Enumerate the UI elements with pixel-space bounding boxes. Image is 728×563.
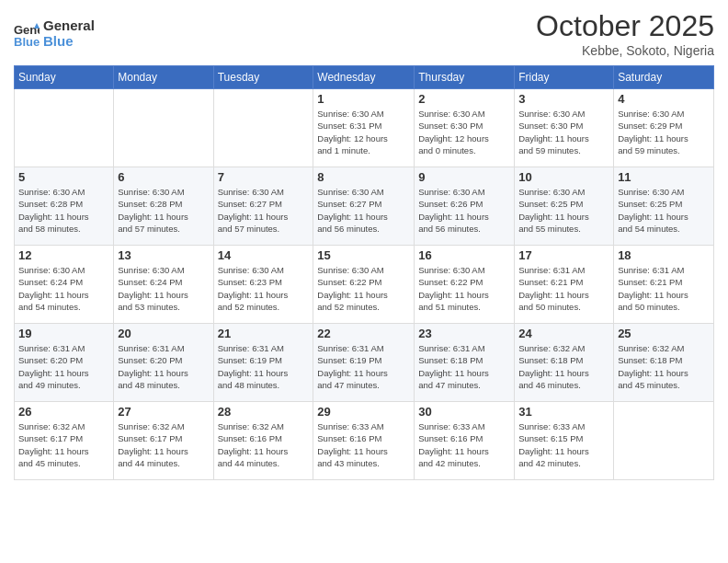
weekday-header: Friday xyxy=(515,66,614,89)
day-info: Sunrise: 6:30 AM Sunset: 6:28 PM Dayligh… xyxy=(118,186,209,235)
day-info: Sunrise: 6:30 AM Sunset: 6:26 PM Dayligh… xyxy=(418,186,510,235)
header: General Blue General Blue October 2025 K… xyxy=(14,9,714,58)
svg-text:Blue: Blue xyxy=(14,35,40,47)
day-number: 24 xyxy=(518,327,609,340)
day-number: 6 xyxy=(118,170,209,184)
title-area: October 2025 Kebbe, Sokoto, Nigeria xyxy=(536,9,714,58)
day-number: 9 xyxy=(418,170,510,184)
day-number: 8 xyxy=(317,170,410,184)
calendar-cell: 30Sunrise: 6:33 AM Sunset: 6:16 PM Dayli… xyxy=(415,402,515,480)
calendar-cell: 12Sunrise: 6:30 AM Sunset: 6:24 PM Dayli… xyxy=(15,246,114,324)
calendar-cell: 19Sunrise: 6:31 AM Sunset: 6:20 PM Dayli… xyxy=(15,324,114,402)
calendar-week-row: 19Sunrise: 6:31 AM Sunset: 6:20 PM Dayli… xyxy=(15,324,714,402)
day-info: Sunrise: 6:30 AM Sunset: 6:23 PM Dayligh… xyxy=(218,264,310,313)
calendar-cell: 22Sunrise: 6:31 AM Sunset: 6:19 PM Dayli… xyxy=(313,324,415,402)
calendar-cell: 24Sunrise: 6:32 AM Sunset: 6:18 PM Dayli… xyxy=(515,324,614,402)
logo-icon: General Blue xyxy=(14,21,40,47)
weekday-header: Monday xyxy=(114,66,213,89)
day-number: 15 xyxy=(317,248,410,262)
day-number: 21 xyxy=(218,327,310,340)
calendar-cell: 1Sunrise: 6:30 AM Sunset: 6:31 PM Daylig… xyxy=(313,89,415,167)
day-number: 5 xyxy=(18,170,109,184)
calendar-cell: 21Sunrise: 6:31 AM Sunset: 6:19 PM Dayli… xyxy=(213,324,313,402)
day-info: Sunrise: 6:30 AM Sunset: 6:22 PM Dayligh… xyxy=(317,264,410,313)
day-number: 4 xyxy=(618,92,710,106)
calendar-cell: 5Sunrise: 6:30 AM Sunset: 6:28 PM Daylig… xyxy=(15,167,114,246)
day-info: Sunrise: 6:33 AM Sunset: 6:15 PM Dayligh… xyxy=(518,420,609,469)
weekday-header: Sunday xyxy=(15,66,114,89)
calendar-cell: 18Sunrise: 6:31 AM Sunset: 6:21 PM Dayli… xyxy=(614,246,714,324)
day-info: Sunrise: 6:30 AM Sunset: 6:31 PM Dayligh… xyxy=(317,108,410,156)
calendar-cell: 10Sunrise: 6:30 AM Sunset: 6:25 PM Dayli… xyxy=(515,167,614,246)
day-number: 31 xyxy=(518,405,609,419)
weekday-header-row: SundayMondayTuesdayWednesdayThursdayFrid… xyxy=(15,66,714,89)
day-info: Sunrise: 6:30 AM Sunset: 6:25 PM Dayligh… xyxy=(518,186,609,235)
day-number: 28 xyxy=(218,405,310,419)
calendar-cell xyxy=(614,402,714,480)
day-info: Sunrise: 6:31 AM Sunset: 6:20 PM Dayligh… xyxy=(18,342,109,391)
day-info: Sunrise: 6:30 AM Sunset: 6:27 PM Dayligh… xyxy=(317,186,410,235)
calendar-cell: 16Sunrise: 6:30 AM Sunset: 6:22 PM Dayli… xyxy=(415,246,515,324)
day-info: Sunrise: 6:30 AM Sunset: 6:27 PM Dayligh… xyxy=(218,186,310,235)
day-number: 13 xyxy=(118,248,209,262)
logo-text: General Blue xyxy=(43,18,95,49)
day-info: Sunrise: 6:32 AM Sunset: 6:17 PM Dayligh… xyxy=(18,420,109,469)
day-number: 7 xyxy=(218,170,310,184)
day-number: 10 xyxy=(518,170,609,184)
day-number: 19 xyxy=(18,327,109,340)
day-info: Sunrise: 6:32 AM Sunset: 6:18 PM Dayligh… xyxy=(618,342,710,391)
calendar-cell: 17Sunrise: 6:31 AM Sunset: 6:21 PM Dayli… xyxy=(515,246,614,324)
day-number: 12 xyxy=(18,248,109,262)
calendar-cell: 9Sunrise: 6:30 AM Sunset: 6:26 PM Daylig… xyxy=(415,167,515,246)
day-number: 3 xyxy=(518,92,609,106)
calendar-cell: 11Sunrise: 6:30 AM Sunset: 6:25 PM Dayli… xyxy=(614,167,714,246)
calendar: SundayMondayTuesdayWednesdayThursdayFrid… xyxy=(14,65,714,480)
calendar-week-row: 12Sunrise: 6:30 AM Sunset: 6:24 PM Dayli… xyxy=(15,246,714,324)
calendar-cell: 28Sunrise: 6:32 AM Sunset: 6:16 PM Dayli… xyxy=(213,402,313,480)
day-number: 2 xyxy=(418,92,510,106)
day-number: 14 xyxy=(218,248,310,262)
day-number: 29 xyxy=(317,405,410,419)
day-info: Sunrise: 6:33 AM Sunset: 6:16 PM Dayligh… xyxy=(317,420,410,469)
day-info: Sunrise: 6:30 AM Sunset: 6:30 PM Dayligh… xyxy=(418,108,510,156)
calendar-week-row: 26Sunrise: 6:32 AM Sunset: 6:17 PM Dayli… xyxy=(15,402,714,480)
calendar-cell: 8Sunrise: 6:30 AM Sunset: 6:27 PM Daylig… xyxy=(313,167,415,246)
day-info: Sunrise: 6:30 AM Sunset: 6:24 PM Dayligh… xyxy=(118,264,209,313)
day-info: Sunrise: 6:31 AM Sunset: 6:20 PM Dayligh… xyxy=(118,342,209,391)
day-number: 20 xyxy=(118,327,209,340)
day-info: Sunrise: 6:30 AM Sunset: 6:22 PM Dayligh… xyxy=(418,264,510,313)
calendar-cell: 2Sunrise: 6:30 AM Sunset: 6:30 PM Daylig… xyxy=(415,89,515,167)
calendar-cell: 20Sunrise: 6:31 AM Sunset: 6:20 PM Dayli… xyxy=(114,324,213,402)
weekday-header: Saturday xyxy=(614,66,714,89)
calendar-cell: 31Sunrise: 6:33 AM Sunset: 6:15 PM Dayli… xyxy=(515,402,614,480)
day-info: Sunrise: 6:33 AM Sunset: 6:16 PM Dayligh… xyxy=(418,420,510,469)
day-number: 25 xyxy=(618,327,710,340)
calendar-cell: 14Sunrise: 6:30 AM Sunset: 6:23 PM Dayli… xyxy=(213,246,313,324)
weekday-header: Wednesday xyxy=(313,66,415,89)
day-info: Sunrise: 6:32 AM Sunset: 6:17 PM Dayligh… xyxy=(118,420,209,469)
day-number: 1 xyxy=(317,92,410,106)
day-info: Sunrise: 6:32 AM Sunset: 6:16 PM Dayligh… xyxy=(218,420,310,469)
day-number: 16 xyxy=(418,248,510,262)
day-info: Sunrise: 6:30 AM Sunset: 6:28 PM Dayligh… xyxy=(18,186,109,235)
day-info: Sunrise: 6:31 AM Sunset: 6:21 PM Dayligh… xyxy=(518,264,609,313)
day-number: 30 xyxy=(418,405,510,419)
weekday-header: Tuesday xyxy=(213,66,313,89)
day-info: Sunrise: 6:31 AM Sunset: 6:19 PM Dayligh… xyxy=(218,342,310,391)
day-number: 17 xyxy=(518,248,609,262)
calendar-week-row: 1Sunrise: 6:30 AM Sunset: 6:31 PM Daylig… xyxy=(15,89,714,167)
day-number: 26 xyxy=(18,405,109,419)
calendar-cell: 7Sunrise: 6:30 AM Sunset: 6:27 PM Daylig… xyxy=(213,167,313,246)
weekday-header: Thursday xyxy=(415,66,515,89)
calendar-cell: 23Sunrise: 6:31 AM Sunset: 6:18 PM Dayli… xyxy=(415,324,515,402)
day-info: Sunrise: 6:31 AM Sunset: 6:19 PM Dayligh… xyxy=(317,342,410,391)
calendar-cell: 29Sunrise: 6:33 AM Sunset: 6:16 PM Dayli… xyxy=(313,402,415,480)
day-info: Sunrise: 6:31 AM Sunset: 6:21 PM Dayligh… xyxy=(618,264,710,313)
calendar-cell: 15Sunrise: 6:30 AM Sunset: 6:22 PM Dayli… xyxy=(313,246,415,324)
calendar-cell: 27Sunrise: 6:32 AM Sunset: 6:17 PM Dayli… xyxy=(114,402,213,480)
day-number: 11 xyxy=(618,170,710,184)
calendar-cell: 25Sunrise: 6:32 AM Sunset: 6:18 PM Dayli… xyxy=(614,324,714,402)
day-number: 23 xyxy=(418,327,510,340)
calendar-cell xyxy=(15,89,114,167)
day-info: Sunrise: 6:32 AM Sunset: 6:18 PM Dayligh… xyxy=(518,342,609,391)
